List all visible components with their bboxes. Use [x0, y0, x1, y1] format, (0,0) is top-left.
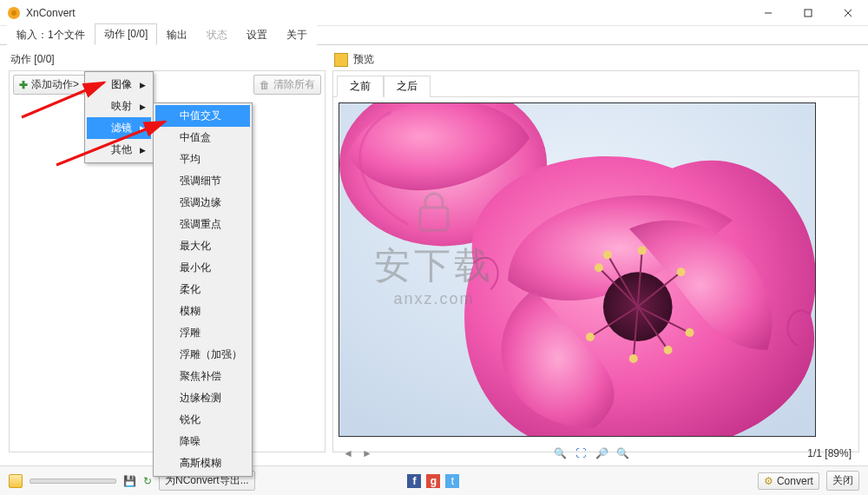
svg-point-1 [11, 10, 16, 16]
filter-item[interactable]: 中值盒 [155, 127, 250, 148]
filter-submenu: 中值交叉 中值盒 平均 强调细节 强调边缘 强调重点 最大化 最小化 柔化 模糊… [153, 102, 253, 477]
menu-filter[interactable]: 滤镜▶ [87, 117, 151, 139]
prev-image-button[interactable]: ◄ [340, 446, 356, 461]
filter-item[interactable]: 最大化 [155, 235, 250, 257]
filter-item[interactable]: 模糊 [155, 300, 250, 322]
reload-icon[interactable]: ↻ [143, 475, 152, 487]
filter-item[interactable]: 强调细节 [155, 170, 250, 192]
minimize-button[interactable] [748, 0, 788, 26]
preview-image [339, 102, 816, 437]
close-button[interactable] [828, 0, 868, 26]
add-action-label: 添加动作> [31, 77, 79, 92]
clear-all-label: 清除所有 [273, 77, 315, 92]
folder-icon[interactable] [9, 474, 23, 488]
save-icon[interactable]: 💾 [123, 475, 136, 487]
tab-about[interactable]: 关于 [277, 24, 317, 45]
svg-point-17 [595, 263, 603, 272]
menu-image[interactable]: 图像▶ [87, 74, 151, 96]
social-icons: f g t [407, 474, 459, 488]
convert-button[interactable]: ⚙ Convert [758, 472, 819, 490]
filter-item[interactable]: 强调边缘 [155, 192, 250, 214]
zoom-in-icon[interactable]: 🔍 [552, 446, 568, 461]
window-buttons [748, 0, 868, 26]
window-title: XnConvert [26, 7, 748, 19]
maximize-button[interactable] [788, 0, 828, 26]
tab-actions[interactable]: 动作 [0/0] [95, 23, 158, 45]
filter-item[interactable]: 最小化 [155, 257, 250, 279]
filter-item[interactable]: 平均 [155, 148, 250, 170]
preview-label: 预览 [332, 49, 859, 70]
thumb-size-slider[interactable] [30, 478, 116, 484]
svg-point-21 [638, 246, 647, 254]
menu-other[interactable]: 其他▶ [87, 139, 151, 161]
filter-item[interactable]: 锐化 [155, 409, 250, 431]
actions-label: 动作 [0/0] [9, 49, 326, 70]
tab-status[interactable]: 状态 [197, 24, 237, 45]
svg-point-19 [686, 328, 694, 337]
tab-input[interactable]: 输入：1个文件 [7, 24, 95, 45]
filter-item[interactable]: 高斯模糊 [155, 452, 250, 474]
actions-toolbar: ✚ 添加动作> 🗑 清除所有 [10, 71, 325, 98]
menu-map[interactable]: 映射▶ [87, 96, 151, 117]
add-action-button[interactable]: ✚ 添加动作> [13, 75, 85, 95]
convert-label: Convert [777, 475, 813, 487]
twitter-icon[interactable]: t [445, 474, 459, 488]
fit-icon[interactable]: ⛶ [573, 446, 589, 461]
gear-icon: ⚙ [764, 475, 773, 487]
svg-point-24 [603, 250, 612, 259]
google-plus-icon[interactable]: g [426, 474, 440, 488]
main-tabs: 输入：1个文件 动作 [0/0] 输出 状态 设置 关于 [0, 26, 868, 45]
clear-all-button[interactable]: 🗑 清除所有 [253, 75, 321, 95]
filter-item[interactable]: 聚焦补偿 [155, 366, 250, 387]
add-action-menu: 图像▶ 映射▶ 滤镜▶ 其他▶ [84, 71, 154, 163]
preview-footer: ◄ ► 🔍 ⛶ 🔎 🔍 1/1 [89%] [333, 442, 858, 465]
plus-icon: ✚ [19, 79, 28, 91]
filter-item[interactable]: 浮雕 [155, 322, 250, 344]
preview-label-text: 预览 [353, 52, 374, 67]
zoom-100-icon[interactable]: 🔎 [594, 446, 609, 461]
close-app-button[interactable]: 关闭 [826, 471, 859, 491]
titlebar: XnConvert [0, 0, 868, 26]
preview-icon [334, 53, 348, 67]
tab-settings[interactable]: 设置 [237, 24, 277, 45]
next-image-button[interactable]: ► [359, 446, 375, 461]
filter-item[interactable]: 中值交叉 [155, 105, 250, 127]
svg-point-20 [586, 333, 595, 341]
bottom-bar: 💾 ↻ 为NConvert导出... f g t ⚙ Convert 关闭 [0, 465, 868, 495]
svg-rect-3 [805, 10, 812, 16]
preview-tabs: 之前 之后 [333, 71, 858, 97]
clear-icon: 🗑 [260, 79, 270, 91]
facebook-icon[interactable]: f [407, 474, 421, 488]
preview-counter: 1/1 [89%] [807, 447, 852, 459]
app-icon [7, 6, 21, 20]
filter-item[interactable]: 浮雕（加强） [155, 344, 250, 366]
svg-point-18 [677, 267, 686, 276]
filter-item[interactable]: 柔化 [155, 279, 250, 300]
preview-panel: 预览 之前 之后 [332, 49, 859, 453]
preview-body [333, 97, 858, 442]
filter-item[interactable]: 边缘检测 [155, 387, 250, 409]
svg-point-22 [629, 354, 638, 363]
tab-after[interactable]: 之后 [384, 76, 431, 97]
svg-point-23 [664, 346, 673, 354]
tab-output[interactable]: 输出 [157, 24, 197, 45]
preview-box: 之前 之后 [332, 70, 859, 452]
filter-item[interactable]: 强调重点 [155, 214, 250, 235]
filter-item[interactable]: 降噪 [155, 431, 250, 452]
tab-before[interactable]: 之前 [337, 76, 384, 97]
zoom-out-icon[interactable]: 🔍 [615, 446, 630, 461]
